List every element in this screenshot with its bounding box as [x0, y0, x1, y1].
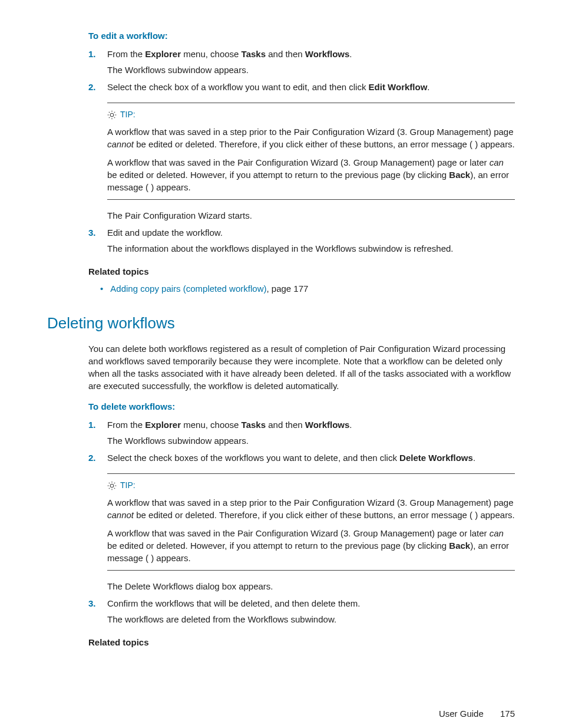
tip-box: TIP: A workflow that was saved in a step… — [107, 103, 515, 200]
svg-point-9 — [110, 484, 114, 487]
step-result: The Pair Configuration Wizard starts. — [107, 209, 515, 222]
tip-body: A workflow that was saved in a step prio… — [107, 496, 515, 564]
tip-body: A workflow that was saved in a step prio… — [107, 126, 515, 193]
step-result: The Delete Workflows dialog box appears. — [107, 580, 515, 592]
step-number: 2. — [88, 452, 96, 464]
page-footer: User Guide 175 — [47, 707, 515, 720]
tip-heading: TIP: — [107, 109, 515, 121]
step-number: 3. — [88, 597, 96, 610]
svg-line-16 — [109, 488, 110, 489]
section-title-deleting-workflows: Deleting workflows — [47, 312, 515, 334]
step-3: 3. Confirm the workflows that will be de… — [88, 597, 515, 625]
step-text: Edit and update the workflow. — [107, 226, 515, 239]
divider — [107, 103, 515, 103]
divider — [107, 199, 515, 200]
step-text: From the Explorer menu, choose Tasks and… — [107, 48, 515, 60]
step-result: The workflows are deleted from the Workf… — [107, 613, 515, 625]
svg-line-7 — [109, 117, 110, 118]
delete-workflows-section: To delete workflows: 1. From the Explore… — [88, 400, 515, 648]
svg-line-6 — [114, 117, 115, 118]
page-number: 175 — [500, 709, 515, 719]
edit-workflow-section: To edit a workflow: 1. From the Explorer… — [88, 29, 515, 295]
procedure-heading: To edit a workflow: — [88, 29, 515, 42]
svg-line-5 — [109, 112, 110, 113]
svg-line-8 — [114, 112, 115, 113]
step-text: Select the check boxes of the workflows … — [107, 452, 515, 464]
edit-steps: 1. From the Explorer menu, choose Tasks … — [88, 48, 515, 255]
related-topics-heading: Related topics — [88, 265, 515, 278]
step-1: 1. From the Explorer menu, choose Tasks … — [88, 419, 515, 447]
tip-label: TIP: — [120, 109, 135, 121]
tip-icon — [107, 481, 117, 490]
svg-line-15 — [114, 488, 115, 489]
tip-box: TIP: A workflow that was saved in a step… — [107, 473, 515, 571]
procedure-heading: To delete workflows: — [88, 400, 515, 413]
section-intro: You can delete both workflows registered… — [88, 342, 515, 392]
step-2: 2. Select the check box of a workflow yo… — [88, 81, 515, 222]
related-link[interactable]: Adding copy pairs (completed workflow) — [110, 284, 266, 294]
step-number: 3. — [88, 226, 96, 239]
step-text: Confirm the workflows that will be delet… — [107, 597, 515, 610]
related-topics-list: Adding copy pairs (completed workflow), … — [88, 282, 515, 295]
divider — [107, 473, 515, 474]
step-number: 1. — [88, 419, 96, 431]
divider — [107, 570, 515, 571]
step-number: 2. — [88, 81, 96, 93]
step-2: 2. Select the check boxes of the workflo… — [88, 452, 515, 592]
related-page: , page 177 — [266, 284, 308, 294]
step-result: The information about the workflows disp… — [107, 242, 515, 255]
step-text: From the Explorer menu, choose Tasks and… — [107, 419, 515, 431]
svg-point-0 — [110, 113, 114, 117]
step-number: 1. — [88, 48, 96, 60]
delete-steps: 1. From the Explorer menu, choose Tasks … — [88, 419, 515, 625]
step-result: The Workflows subwindow appears. — [107, 434, 515, 447]
step-text: Select the check box of a workflow you w… — [107, 81, 515, 93]
tip-icon — [107, 110, 117, 120]
footer-label: User Guide — [439, 709, 484, 719]
step-3: 3. Edit and update the workflow. The inf… — [88, 226, 515, 255]
step-result: The Workflows subwindow appears. — [107, 64, 515, 76]
tip-label: TIP: — [120, 480, 135, 492]
related-topic-item: Adding copy pairs (completed workflow), … — [100, 282, 515, 295]
related-topics-heading: Related topics — [88, 636, 515, 648]
step-1: 1. From the Explorer menu, choose Tasks … — [88, 48, 515, 76]
svg-line-14 — [109, 483, 110, 483]
svg-line-17 — [114, 483, 115, 483]
tip-heading: TIP: — [107, 480, 515, 492]
